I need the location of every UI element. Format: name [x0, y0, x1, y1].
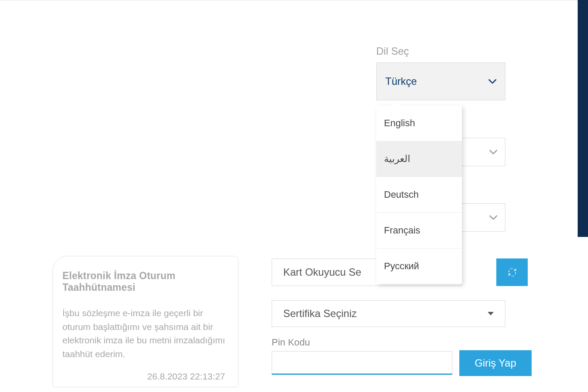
language-selected-value: Türkçe — [385, 75, 417, 87]
language-option-arabic[interactable]: العربية — [376, 141, 462, 177]
chevron-down-icon — [489, 79, 496, 84]
login-button-label: Giriş Yap — [475, 357, 516, 369]
language-option-francais[interactable]: Français — [376, 213, 462, 249]
agreement-timestamp: 26.8.2023 22:13:27 — [62, 371, 229, 382]
chevron-down-icon — [489, 150, 497, 154]
certificate-select[interactable]: Sertifika Seçiniz — [272, 300, 505, 327]
card-reader-placeholder: Kart Okuyucu Se — [283, 266, 361, 278]
right-accent-bar — [578, 0, 588, 237]
refresh-icon — [507, 267, 518, 278]
login-button[interactable]: Giriş Yap — [459, 350, 532, 376]
language-field-label: Dil Seç — [376, 45, 409, 57]
refresh-button[interactable] — [496, 258, 528, 286]
certificate-placeholder: Sertifika Seçiniz — [283, 308, 357, 320]
triangle-down-icon — [488, 312, 494, 315]
pin-input[interactable] — [272, 351, 452, 375]
agreement-body: İşbu sözleşme e-imza ile geçerli bir otu… — [62, 306, 229, 361]
chevron-down-icon — [489, 215, 497, 220]
language-option-deutsch[interactable]: Deutsch — [376, 177, 462, 213]
language-option-english[interactable]: English — [376, 106, 462, 141]
agreement-card: Elektronik İmza Oturum Taahhütnamesi İşb… — [53, 256, 238, 387]
agreement-title: Elektronik İmza Oturum Taahhütnamesi — [62, 270, 229, 293]
language-dropdown-menu: English العربية Deutsch Français Русский — [376, 106, 462, 284]
language-option-russian[interactable]: Русский — [376, 249, 462, 284]
pin-field-label: Pin Kodu — [272, 337, 310, 348]
language-select[interactable]: Türkçe — [376, 62, 505, 100]
